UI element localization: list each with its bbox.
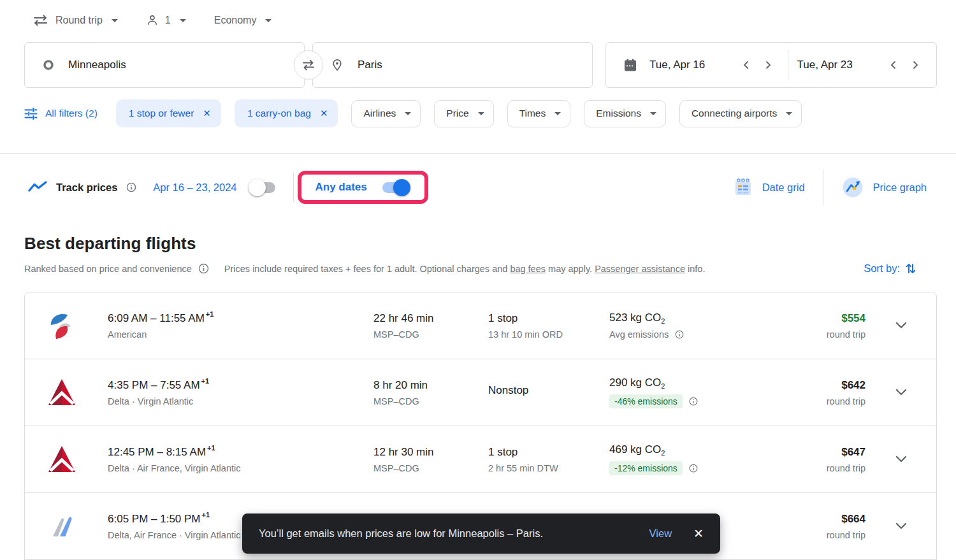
info-icon[interactable] — [675, 330, 684, 339]
flight-duration: 12 hr 30 min — [373, 446, 488, 459]
divider — [823, 169, 823, 205]
origin-value: Minneapolis — [68, 59, 126, 71]
expand-flight-button[interactable] — [865, 455, 936, 464]
return-date-prev-button[interactable] — [883, 54, 904, 76]
delta-airlines-logo — [47, 444, 77, 475]
delta-airlines-logo — [47, 377, 77, 408]
expand-flight-button[interactable] — [865, 388, 936, 397]
airlines-filter-dropdown[interactable]: Airlines — [351, 100, 421, 127]
chevron-down-icon — [405, 112, 411, 115]
filter-chip-label: 1 stop or fewer — [129, 108, 194, 119]
cabin-class-value: Economy — [214, 15, 257, 26]
chevron-down-icon — [894, 321, 908, 330]
destination-value: Paris — [358, 59, 382, 71]
connecting-airports-filter-dropdown[interactable]: Connecting airports — [679, 100, 802, 127]
fees-note: may apply. — [548, 264, 592, 274]
dropdown-label: Emissions — [596, 108, 641, 119]
flight-route: MSP–CDG — [373, 329, 488, 340]
flight-carriers: Delta · Air France, Virgin Atlantic — [108, 463, 373, 473]
any-dates-toggle[interactable] — [382, 182, 408, 193]
flight-duration: 22 hr 46 min — [373, 312, 488, 325]
fees-note: Prices include required taxes + fees for… — [224, 264, 508, 274]
expand-flight-button[interactable] — [865, 522, 936, 531]
chevron-down-icon — [265, 19, 272, 22]
times-filter-dropdown[interactable]: Times — [507, 100, 571, 127]
flight-layover: 2 hr 55 min DTW — [488, 463, 609, 473]
price-graph-button[interactable]: Price graph — [841, 176, 927, 199]
info-icon[interactable] — [126, 182, 136, 192]
flight-route: MSP–CDG — [373, 396, 488, 406]
info-icon[interactable] — [198, 263, 209, 274]
search-inputs-row: Minneapolis Paris — [24, 42, 937, 88]
chevron-down-icon — [894, 522, 908, 531]
chevron-down-icon — [112, 19, 118, 22]
chevron-down-icon — [180, 19, 186, 22]
passenger-count-value: 1 — [165, 15, 171, 26]
swap-arrows-icon — [301, 59, 315, 71]
trip-options-bar: Round trip 1 Economy — [24, 0, 937, 32]
flight-result-row[interactable]: 6:09 AM – 11:55 AM+1 American 22 hr 46 m… — [25, 292, 936, 359]
info-icon[interactable] — [689, 464, 698, 473]
filter-chip-bags[interactable]: 1 carry-on bag ✕ — [235, 99, 338, 127]
price-filter-dropdown[interactable]: Price — [434, 100, 493, 127]
filter-chip-stops[interactable]: 1 stop or fewer ✕ — [116, 99, 221, 127]
flight-times: 6:09 AM – 11:55 AM+1 — [108, 312, 373, 325]
flight-trip-type: round trip — [827, 463, 865, 473]
cabin-class-select[interactable]: Economy — [214, 15, 272, 26]
flight-result-row[interactable]: 12:45 PM – 8:15 AM+1 Delta · Air France,… — [25, 426, 936, 493]
flight-stops: Nonstop — [488, 384, 609, 397]
trip-type-select[interactable]: Round trip — [32, 14, 118, 27]
any-dates-label: Any dates — [315, 181, 367, 194]
date-range-picker: Tue, Apr 16 Tue, Apr 23 — [605, 42, 937, 88]
plus-one-day: +1 — [201, 377, 210, 385]
date-grid-icon — [733, 177, 753, 197]
expand-flight-button[interactable] — [865, 321, 936, 330]
close-icon[interactable]: ✕ — [693, 526, 704, 541]
flight-result-row[interactable]: 4:35 PM – 7:55 AM+1 Delta · Virgin Atlan… — [25, 359, 936, 426]
return-date-field[interactable]: Tue, Apr 23 — [797, 59, 883, 71]
person-icon — [146, 14, 159, 27]
flight-carriers: American — [108, 329, 373, 340]
ranked-note: Ranked based on price and convenience — [24, 264, 192, 274]
destination-input[interactable]: Paris — [312, 42, 593, 88]
price-trend-icon — [28, 180, 47, 194]
remove-filter-icon[interactable]: ✕ — [203, 108, 211, 119]
round-trip-arrows-icon — [32, 14, 49, 27]
plus-one-day: +1 — [207, 444, 215, 452]
sort-arrows-icon — [905, 262, 916, 275]
annotation-highlight-box: Any dates — [298, 171, 428, 204]
tune-filter-icon — [24, 108, 38, 120]
divider — [0, 153, 956, 154]
chevron-down-icon — [786, 112, 792, 115]
flight-co2: 290 kg CO2 — [609, 377, 769, 390]
filters-bar: All filters (2) 1 stop or fewer ✕ 1 carr… — [24, 99, 937, 127]
passenger-assistance-link[interactable]: Passenger assistance — [595, 264, 685, 274]
divider — [788, 50, 788, 80]
departure-date-field[interactable]: Tue, Apr 16 — [649, 59, 735, 71]
dropdown-label: Connecting airports — [692, 108, 777, 119]
swap-locations-button[interactable] — [294, 50, 323, 80]
flight-co2: 523 kg CO2 — [609, 312, 769, 325]
google-flights-results-page: Round trip 1 Economy Minneapo — [0, 0, 956, 560]
remove-filter-icon[interactable]: ✕ — [320, 108, 328, 119]
emissions-filter-dropdown[interactable]: Emissions — [584, 100, 666, 127]
sort-by-button[interactable]: Sort by: — [864, 262, 937, 275]
return-date-next-button[interactable] — [904, 54, 926, 76]
track-prices-bar: Track prices Apr 16 – 23, 2024 Any dates — [24, 166, 937, 208]
passengers-select[interactable]: 1 — [146, 14, 186, 27]
flight-stops: 1 stop — [488, 446, 609, 459]
dropdown-label: Price — [446, 108, 468, 119]
toast-view-button[interactable]: View — [649, 528, 672, 540]
flight-layover: 13 hr 10 min ORD — [488, 329, 609, 340]
origin-input[interactable]: Minneapolis — [24, 42, 305, 88]
flight-price: $642 — [841, 379, 865, 392]
price-tracking-toast: You’ll get emails when prices are low fo… — [242, 513, 720, 554]
departure-date-prev-button[interactable] — [735, 54, 757, 76]
all-filters-button[interactable]: All filters (2) — [24, 108, 98, 120]
info-icon[interactable] — [689, 397, 698, 406]
track-prices-toggle[interactable] — [250, 182, 275, 193]
departure-date-next-button[interactable] — [757, 54, 779, 76]
bag-fees-link[interactable]: bag fees — [510, 264, 546, 274]
plus-one-day: +1 — [202, 511, 210, 519]
date-grid-button[interactable]: Date grid — [733, 177, 805, 197]
